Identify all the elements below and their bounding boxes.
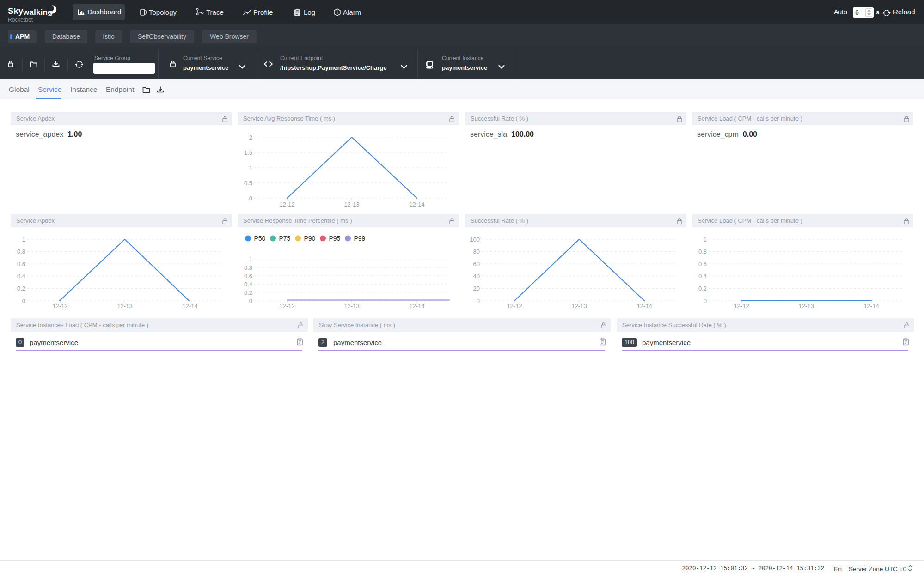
svg-text:0: 0	[477, 298, 480, 304]
svg-text:12-14: 12-14	[636, 303, 652, 310]
svg-text:60: 60	[473, 261, 480, 267]
svg-text:P99: P99	[354, 235, 366, 242]
svg-text:12-12: 12-12	[279, 201, 294, 208]
svg-text:0: 0	[22, 298, 25, 304]
svg-text:0.8: 0.8	[244, 264, 252, 271]
svg-text:100: 100	[470, 236, 480, 243]
svg-text:0.8: 0.8	[698, 248, 707, 255]
svg-text:0.2: 0.2	[244, 289, 252, 296]
svg-text:12-14: 12-14	[863, 303, 879, 310]
svg-text:0.6: 0.6	[244, 273, 252, 279]
svg-text:0.6: 0.6	[17, 261, 25, 267]
svg-text:1: 1	[22, 236, 25, 243]
svg-text:80: 80	[473, 248, 480, 255]
svg-text:40: 40	[473, 273, 480, 279]
svg-text:0: 0	[704, 298, 707, 304]
svg-text:0.4: 0.4	[698, 273, 707, 279]
svg-text:1.5: 1.5	[244, 149, 252, 156]
svg-text:0.5: 0.5	[244, 180, 252, 187]
svg-text:0.8: 0.8	[17, 248, 25, 255]
svg-text:12-13: 12-13	[117, 303, 132, 310]
svg-text:0.4: 0.4	[244, 281, 252, 288]
svg-text:12-13: 12-13	[344, 303, 359, 310]
svg-text:12-14: 12-14	[409, 201, 424, 208]
svg-text:12-12: 12-12	[279, 303, 294, 310]
svg-text:P95: P95	[329, 235, 341, 242]
svg-text:1: 1	[704, 236, 707, 243]
svg-text:12-12: 12-12	[734, 303, 749, 310]
svg-text:0.6: 0.6	[698, 261, 707, 267]
svg-text:0: 0	[249, 298, 252, 304]
svg-text:12-14: 12-14	[182, 303, 197, 310]
svg-text:P50: P50	[254, 235, 266, 242]
svg-text:20: 20	[473, 285, 480, 292]
svg-text:12-13: 12-13	[798, 303, 814, 310]
svg-text:12-14: 12-14	[409, 303, 424, 310]
svg-text:0: 0	[249, 195, 252, 202]
svg-text:P90: P90	[304, 235, 316, 242]
svg-text:0.4: 0.4	[17, 273, 25, 279]
svg-text:12-12: 12-12	[52, 303, 67, 310]
svg-text:0.2: 0.2	[17, 285, 25, 292]
svg-text:12-13: 12-13	[344, 201, 359, 208]
svg-text:1: 1	[249, 164, 252, 171]
svg-text:12-12: 12-12	[507, 303, 522, 310]
svg-text:12-13: 12-13	[571, 303, 587, 310]
svg-text:1: 1	[249, 256, 252, 263]
svg-text:0.2: 0.2	[698, 285, 707, 292]
svg-text:P75: P75	[279, 235, 291, 242]
svg-text:2: 2	[249, 134, 252, 141]
